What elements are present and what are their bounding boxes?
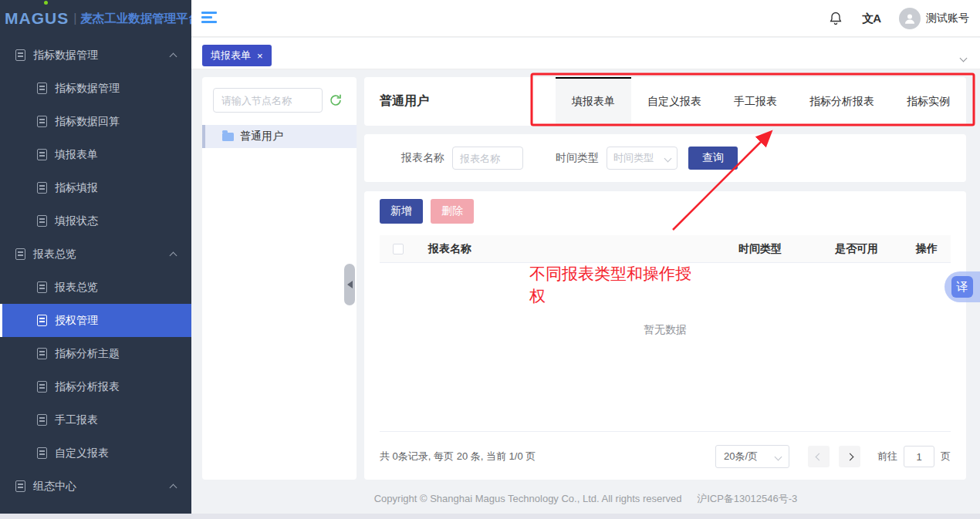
pagination-bar: 共 0条记录, 每页 20 条, 当前 1/0 页 20条/页 前往 页 <box>380 444 951 469</box>
sidebar-item-label: 指标分析主题 <box>55 347 120 361</box>
chevron-down-icon <box>775 453 782 460</box>
sidebar-item-auth-mgmt[interactable]: 授权管理 <box>0 304 191 337</box>
table-body: 暂无数据 <box>380 263 951 432</box>
sidebar-item-label: 报表总览 <box>55 281 98 295</box>
sidebar-item-indicator-recalc[interactable]: 指标数据回算 <box>0 105 191 138</box>
pagination-summary: 共 0条记录, 每页 20 条, 当前 1/0 页 <box>380 450 536 463</box>
column-time-type: 时间类型 <box>738 242 835 256</box>
brand-name: MAGUS <box>5 9 70 28</box>
notification-bell-icon[interactable] <box>828 11 843 26</box>
panel-title: 普通用户 <box>364 93 429 110</box>
select-all-checkbox[interactable] <box>393 244 404 254</box>
document-icon <box>37 83 47 94</box>
sidebar-group-config-center[interactable]: 组态中心 <box>0 470 191 503</box>
document-icon <box>37 281 47 293</box>
page-size-value: 20条/页 <box>724 450 758 463</box>
person-icon <box>903 12 917 25</box>
report-name-input[interactable] <box>452 147 523 170</box>
sidebar-item-label: 指标数据回算 <box>55 115 120 129</box>
collapse-menu-icon[interactable] <box>201 12 217 24</box>
sidebar-item-label: 填报表单 <box>55 148 98 162</box>
prev-page-button[interactable] <box>808 446 830 467</box>
sidebar-item-manual-report[interactable]: 手工报表 <box>0 403 191 436</box>
sidebar-item-label: 填报状态 <box>55 214 98 228</box>
translate-icon: 译 <box>951 276 973 298</box>
chevron-up-icon <box>171 248 176 261</box>
document-icon <box>37 381 47 393</box>
table-header: 报表名称 时间类型 是否可用 操作 <box>380 235 951 263</box>
sidebar-item-indicator-data-mgmt[interactable]: 指标数据管理 <box>0 72 191 105</box>
time-type-select[interactable]: 时间类型 <box>607 147 678 170</box>
tab-custom-report[interactable]: 自定义报表 <box>631 77 718 126</box>
sidebar-item-label: 自定义报表 <box>55 447 109 460</box>
report-type-tabs: 填报表单 自定义报表 手工报表 指标分析报表 指标实例 <box>556 77 966 126</box>
tab-analysis-report[interactable]: 指标分析报表 <box>793 77 890 126</box>
sidebar-item-indicator-fill[interactable]: 指标填报 <box>0 171 191 204</box>
app-logo: MAGUS | 麦杰工业数据管理平台 <box>0 0 191 37</box>
logo-divider: | <box>73 12 76 25</box>
account-menu[interactable]: 测试账号 <box>899 8 969 29</box>
sidebar-group-label: 报表总览 <box>33 248 76 261</box>
sidebar-item-report-overview[interactable]: 报表总览 <box>0 271 191 304</box>
chevron-up-icon <box>171 480 176 493</box>
add-button[interactable]: 新增 <box>380 199 423 224</box>
brand-dot-icon <box>44 1 48 5</box>
report-name-label: 报表名称 <box>401 151 444 165</box>
language-switch-icon[interactable]: 文A <box>862 12 880 26</box>
panel-header: 普通用户 填报表单 自定义报表 手工报表 指标分析报表 指标实例 <box>364 77 966 126</box>
tree-node-ordinary-user[interactable]: 普通用户 <box>202 125 357 148</box>
document-icon <box>37 414 47 426</box>
node-search-input[interactable] <box>213 88 323 113</box>
app-title: 麦杰工业数据管理平台 <box>80 11 191 27</box>
delete-button[interactable]: 删除 <box>431 199 474 224</box>
translate-badge[interactable]: 译 <box>945 271 980 302</box>
filter-bar: 报表名称 时间类型 时间类型 查询 <box>364 134 966 182</box>
sidebar-item-analysis-topic[interactable]: 指标分析主题 <box>0 337 191 370</box>
goto-label: 前往 <box>877 450 897 463</box>
page-unit-label: 页 <box>941 450 951 463</box>
tab-manual-report[interactable]: 手工报表 <box>718 77 793 126</box>
sidebar: MAGUS | 麦杰工业数据管理平台 指标数据管理 指标数据管理 指标数据回算 … <box>0 0 191 514</box>
tab-indicator-instance[interactable]: 指标实例 <box>890 77 966 126</box>
next-page-button[interactable] <box>839 446 860 467</box>
collapse-panel-handle[interactable] <box>344 264 355 305</box>
sidebar-item-fill-form[interactable]: 填报表单 <box>0 138 191 171</box>
bottom-edge-strip <box>0 514 980 519</box>
query-button[interactable]: 查询 <box>688 147 738 170</box>
document-icon <box>37 348 47 359</box>
footer: Copyright © Shanghai Magus Technology Co… <box>191 492 980 506</box>
document-icon <box>37 182 47 194</box>
page-size-select[interactable]: 20条/页 <box>715 445 789 468</box>
time-type-label: 时间类型 <box>556 151 599 165</box>
document-icon <box>15 49 25 61</box>
empty-state-text: 暂无数据 <box>644 323 687 337</box>
folder-icon <box>222 133 234 141</box>
sidebar-item-fill-status[interactable]: 填报状态 <box>0 204 191 238</box>
sidebar-group-report-overview[interactable]: 报表总览 <box>0 238 191 271</box>
sidebar-item-analysis-report[interactable]: 指标分析报表 <box>0 370 191 403</box>
sidebar-item-label: 指标填报 <box>55 181 98 195</box>
sidebar-item-label: 手工报表 <box>55 413 98 427</box>
sidebar-item-label: 授权管理 <box>55 314 98 328</box>
avatar <box>899 8 921 29</box>
report-table-panel: 新增 删除 报表名称 时间类型 是否可用 操作 暂无数据 共 0条记录, 每页 … <box>364 191 966 480</box>
sidebar-group-label: 指标数据管理 <box>33 49 98 62</box>
column-actions: 操作 <box>916 242 951 256</box>
sidebar-group-indicator-data[interactable]: 指标数据管理 <box>0 39 191 72</box>
column-available: 是否可用 <box>835 242 916 256</box>
chevron-down-icon <box>664 154 672 162</box>
sidebar-item-custom-report[interactable]: 自定义报表 <box>0 436 191 470</box>
account-name: 测试账号 <box>926 12 969 25</box>
copyright-text: Copyright © Shanghai Magus Technology Co… <box>374 493 682 504</box>
workspace-tab-fill-form[interactable]: 填报表单 × <box>202 45 272 66</box>
chevron-down-icon[interactable] <box>961 50 966 64</box>
refresh-icon[interactable] <box>329 93 343 107</box>
document-icon <box>37 215 47 227</box>
document-icon <box>15 248 25 260</box>
goto-page-input[interactable] <box>904 446 934 467</box>
tab-fill-form[interactable]: 填报表单 <box>556 77 631 126</box>
time-type-placeholder: 时间类型 <box>613 151 654 165</box>
document-icon <box>15 480 25 492</box>
close-icon[interactable]: × <box>257 51 263 61</box>
tree-panel: 普通用户 <box>202 77 357 480</box>
